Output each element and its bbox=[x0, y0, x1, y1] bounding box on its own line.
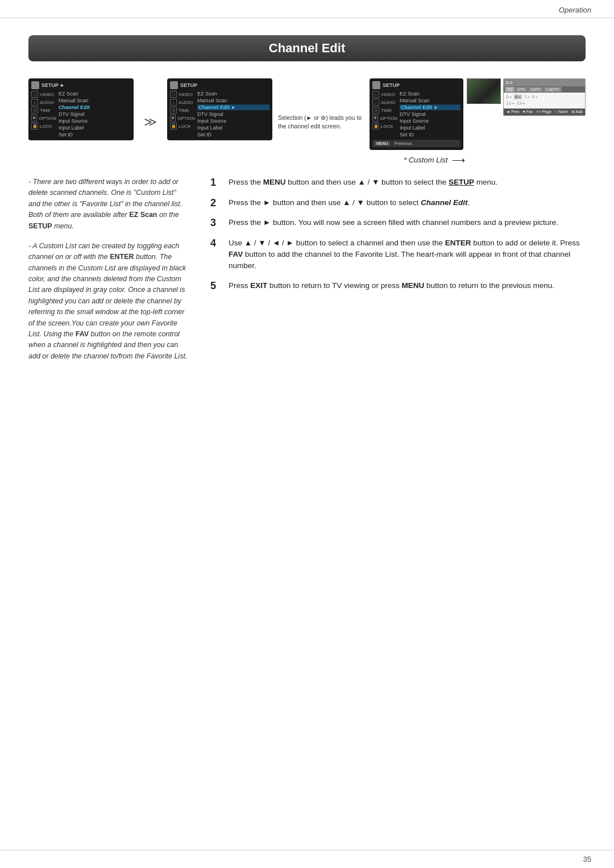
audio-icon-3: ♪ bbox=[372, 99, 379, 106]
left-notes: - There are two different ways in order … bbox=[28, 177, 188, 371]
menu-item-ezscan-1: EZ Scan bbox=[59, 91, 131, 97]
panel1-left: □ VIDEO ♪ AUDIO ◷ TIME ✱ OPTION bbox=[31, 91, 56, 137]
step-text-4: Use ▲ / ▼ / ◄ / ► button to select a cha… bbox=[229, 237, 586, 272]
menu-panel-3: SETUP □ VIDEO ♪ AUDIO bbox=[370, 78, 463, 150]
menu-item-inputlabel-2: Input Label bbox=[197, 125, 269, 131]
channel-edit-row: SETUP □ VIDEO ♪ AUDIO bbox=[370, 78, 586, 150]
menu-item-setid-1: Set ID bbox=[59, 132, 131, 137]
video-icon-2: □ bbox=[170, 91, 177, 98]
side-item-option-3: ✱ OPTION bbox=[372, 115, 397, 122]
instructions-section: - There are two different ways in order … bbox=[28, 177, 586, 371]
top-bar: Operation bbox=[0, 0, 614, 18]
page-number: 35 bbox=[583, 855, 591, 863]
option-label-2: OPTION bbox=[177, 116, 195, 121]
note-2: - A Custom List can be created by toggli… bbox=[28, 241, 188, 362]
step-4: 4 Use ▲ / ▼ / ◄ / ► button to select a c… bbox=[210, 237, 586, 272]
chapter-title: Channel Edit bbox=[269, 41, 345, 55]
time-icon-2: ◷ bbox=[170, 107, 177, 114]
audio-icon-1: ♪ bbox=[31, 99, 38, 106]
lock-icon-2: 🔒 bbox=[170, 123, 177, 130]
menu-item-inputsource-3: Input Source bbox=[400, 118, 460, 124]
time-icon-3: ◷ bbox=[372, 107, 379, 114]
setup-icon-1 bbox=[31, 81, 39, 89]
menu-item-inputsource-1: Input Source bbox=[59, 118, 131, 124]
side-item-audio-1: ♪ AUDIO bbox=[31, 99, 56, 106]
option-label-1: OPTION bbox=[39, 116, 56, 121]
grid-body: 2-• 6-• 7-• 9-• 11-• 13-• bbox=[504, 93, 585, 108]
menu-item-inputlabel-1: Input Label bbox=[59, 125, 131, 131]
ch-13: 13-• bbox=[516, 101, 524, 106]
channel-grid-area: 6-0 TV DTV CATV CADTV 2-• bbox=[467, 78, 586, 150]
step-3: 3 Press the ► button. You will now see a… bbox=[210, 217, 586, 229]
tab-cadtv: CADTV bbox=[544, 87, 562, 92]
section-label: Operation bbox=[559, 6, 591, 14]
menu-item-manualscan-3: Manual Scan bbox=[400, 98, 460, 103]
grid-tabs: TV DTV CATV CADTV bbox=[504, 86, 585, 93]
ch-9: 9-• bbox=[532, 94, 538, 99]
ch-2: 2-• bbox=[506, 94, 512, 99]
side-item-audio-3: ♪ AUDIO bbox=[372, 99, 397, 106]
menu-key: MENU bbox=[375, 141, 390, 145]
grid-row-1: 2-• 6-• 7-• 9-• bbox=[506, 94, 583, 99]
menu-item-ezscan-3: EZ Scan bbox=[400, 91, 460, 97]
grid-header: 6-0 bbox=[504, 79, 585, 86]
custom-list-label: * Custom List bbox=[404, 156, 447, 164]
setup-label-3: SETUP bbox=[383, 82, 400, 88]
lock-label-2: LOCK bbox=[179, 124, 191, 129]
note-1: - There are two different ways in order … bbox=[28, 177, 188, 232]
video-icon-3: □ bbox=[372, 91, 379, 98]
time-icon-1: ◷ bbox=[31, 107, 38, 114]
step-text-1: Press the MENU button and then use ▲ / ▼… bbox=[229, 177, 586, 188]
side-item-time-1: ◷ TIME bbox=[31, 107, 56, 114]
menu-panel-1: SETUP ► □ VIDEO ♪ AUDIO ◷ TIME bbox=[28, 78, 134, 140]
menu-item-dtvsignal-3: DTV Signal bbox=[400, 111, 460, 117]
step-num-1: 1 bbox=[210, 177, 223, 189]
lock-label-3: LOCK bbox=[381, 124, 393, 129]
setup-label-2: SETUP bbox=[180, 82, 197, 88]
side-item-video-2: □ VIDEO bbox=[170, 91, 195, 98]
panel2-left: □ VIDEO ♪ AUDIO ◷ TIME ✱ OPTION bbox=[170, 91, 195, 137]
lock-icon-3: 🔒 bbox=[372, 123, 379, 130]
custom-list-row: * Custom List ⟶ bbox=[404, 155, 465, 165]
bottom-bar: 35 bbox=[0, 850, 614, 868]
previous-label: Previous bbox=[395, 141, 412, 146]
footer-fav: ♥ Fav bbox=[523, 110, 533, 114]
setup-label-1: SETUP ► bbox=[42, 82, 65, 88]
step-text-3: Press the ► button. You will now see a s… bbox=[229, 217, 586, 228]
menu-item-ezscan-2: EZ Scan bbox=[197, 91, 269, 97]
step-num-3: 3 bbox=[210, 217, 223, 229]
preview-image bbox=[467, 78, 501, 104]
menu-item-dtvsignal-2: DTV Signal bbox=[197, 111, 269, 117]
step-5: 5 Press EXIT button to return to TV view… bbox=[210, 280, 586, 293]
ch-7: 7-• bbox=[524, 94, 530, 99]
custom-list-arrow-icon: ⟶ bbox=[452, 155, 465, 165]
option-icon-2: ✱ bbox=[170, 115, 176, 122]
option-label-3: OPTION bbox=[380, 116, 397, 121]
chapter-title-box: Channel Edit bbox=[28, 35, 586, 61]
side-item-lock-3: 🔒 LOCK bbox=[372, 123, 397, 130]
step-num-5: 5 bbox=[210, 280, 223, 293]
side-item-audio-2: ♪ AUDIO bbox=[170, 99, 195, 106]
grid-footer: ◄ Prev ♥ Fav <> Page ○ None ⊛ Add bbox=[504, 108, 585, 115]
channel-edit-area: SETUP □ VIDEO ♪ AUDIO bbox=[370, 78, 586, 165]
menu-item-channeledit-1: Channel Edit bbox=[59, 105, 131, 110]
panel3-right: EZ Scan Manual Scan Channel Edit ► DTV S… bbox=[397, 91, 460, 137]
panel3-left: □ VIDEO ♪ AUDIO ◷ TIME bbox=[372, 91, 397, 137]
side-item-lock-2: 🔒 LOCK bbox=[170, 123, 195, 130]
video-icon-1: □ bbox=[31, 91, 38, 98]
side-item-lock-1: 🔒 LOCK bbox=[31, 123, 56, 130]
step-2: 2 Press the ► button and then use ▲ / ▼ … bbox=[210, 197, 586, 210]
panel3-header: SETUP bbox=[372, 81, 460, 89]
menu-item-inputsource-2: Input Source bbox=[197, 118, 269, 124]
menu-item-setid-3: Set ID bbox=[400, 132, 460, 137]
side-item-video-3: □ VIDEO bbox=[372, 91, 397, 98]
footer-previous: ◄ Prev bbox=[506, 110, 519, 114]
lock-label-1: LOCK bbox=[40, 124, 52, 129]
arrow-divider: ≫ bbox=[139, 115, 161, 130]
panel3-body: □ VIDEO ♪ AUDIO ◷ TIME bbox=[372, 91, 460, 137]
page-content: Channel Edit SETUP ► □ VIDEO ♪ AUDIO bbox=[0, 18, 614, 394]
footer-page: <> Page bbox=[536, 110, 551, 114]
panel1-body: □ VIDEO ♪ AUDIO ◷ TIME ✱ OPTION bbox=[31, 91, 131, 137]
side-item-option-1: ✱ OPTION bbox=[31, 115, 56, 122]
panel2-body: □ VIDEO ♪ AUDIO ◷ TIME ✱ OPTION bbox=[170, 91, 269, 137]
